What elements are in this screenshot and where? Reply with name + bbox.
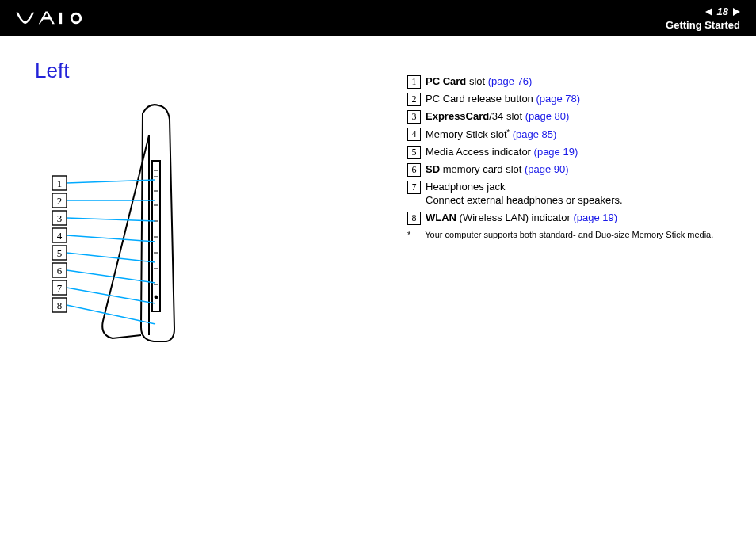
page-content: Left: [0, 36, 756, 369]
footnote: *Your computer supports both standard- a…: [407, 230, 740, 239]
callout-text: Media Access indicator (page 19): [426, 145, 578, 159]
callout-number-box: 3: [407, 110, 421, 124]
callout-text: Headphones jackConnect external headphon…: [426, 180, 623, 208]
page-number: 18: [717, 6, 728, 17]
callout-item-8: 8WLAN (Wireless LAN) indicator (page 19): [407, 211, 740, 225]
callout-list: 1PC Card slot (page 76)2PC Card release …: [407, 59, 740, 353]
page-title: Left: [35, 59, 376, 83]
left-column: Left: [35, 59, 376, 353]
callout-number-box: 7: [407, 181, 421, 194]
callout-item-6: 6SD memory card slot (page 90): [407, 162, 740, 177]
header-right: 18 Getting Started: [666, 6, 740, 31]
svg-text:7: 7: [57, 282, 63, 294]
svg-rect-0: [59, 13, 63, 24]
svg-text:5: 5: [57, 247, 63, 259]
page-link[interactable]: (page 19): [573, 212, 617, 223]
callout-item-5: 5Media Access indicator (page 19): [407, 145, 740, 159]
page-link[interactable]: (page 80): [525, 110, 570, 122]
callout-text: SD memory card slot (page 90): [426, 162, 569, 177]
callout-text: PC Card release button (page 78): [426, 92, 580, 106]
svg-text:3: 3: [57, 212, 63, 224]
svg-text:2: 2: [57, 195, 63, 207]
svg-point-12: [155, 296, 158, 299]
callout-number-box: 5: [407, 146, 421, 159]
svg-text:4: 4: [57, 230, 63, 242]
next-page-icon[interactable]: [733, 8, 740, 16]
callout-item-1: 1PC Card slot (page 76): [407, 74, 740, 89]
callout-item-7: 7Headphones jackConnect external headpho…: [407, 180, 740, 208]
page-link[interactable]: (page 76): [488, 75, 533, 87]
callout-number-box: 2: [407, 93, 421, 106]
svg-rect-2: [152, 161, 160, 311]
vaio-logo: [13, 10, 108, 26]
section-title: Getting Started: [666, 19, 740, 31]
page-header: 18 Getting Started: [0, 0, 756, 36]
callout-number-box: 1: [407, 75, 421, 89]
callout-item-2: 2PC Card release button (page 78): [407, 92, 740, 106]
page-nav: 18: [705, 6, 740, 17]
page-link[interactable]: (page 90): [525, 163, 569, 175]
page-link[interactable]: (page 19): [534, 146, 578, 158]
page-link[interactable]: (page 78): [536, 93, 580, 105]
callout-number-box: 6: [407, 163, 421, 177]
callout-text: ExpressCard/34 slot (page 80): [426, 109, 569, 124]
callout-item-3: 3ExpressCard/34 slot (page 80): [407, 109, 740, 124]
page-link[interactable]: (page 85): [513, 128, 557, 140]
callout-text: WLAN (Wireless LAN) indicator (page 19): [426, 211, 617, 225]
callout-number-box: 8: [407, 212, 421, 225]
callout-text: Memory Stick slot* (page 85): [426, 127, 556, 142]
callout-text: PC Card slot (page 76): [426, 74, 532, 89]
device-left-side-diagram: 12345678: [48, 97, 222, 351]
svg-text:1: 1: [57, 177, 63, 189]
svg-text:8: 8: [57, 299, 63, 311]
callout-item-4: 4Memory Stick slot* (page 85): [407, 127, 740, 142]
svg-text:6: 6: [57, 265, 63, 277]
prev-page-icon[interactable]: [705, 8, 712, 16]
callout-number-box: 4: [407, 128, 421, 141]
